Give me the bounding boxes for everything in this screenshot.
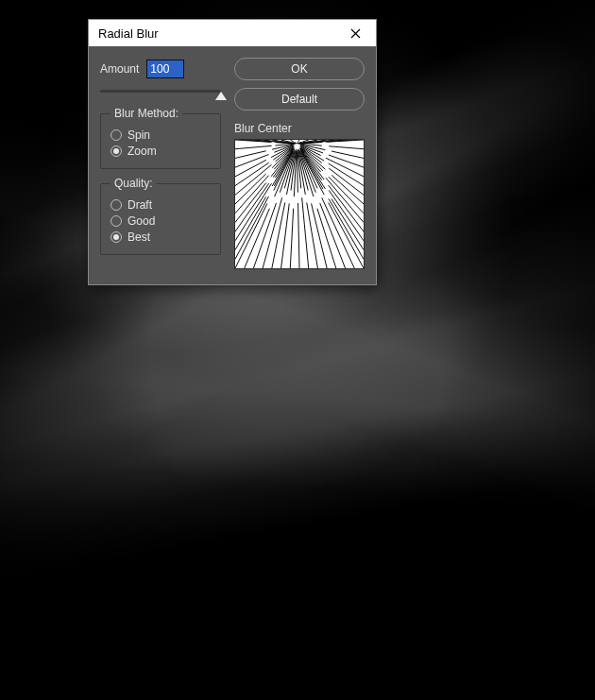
amount-row: Amount bbox=[100, 60, 221, 78]
radio-label: Draft bbox=[128, 198, 152, 212]
quality-group: Quality: Draft Good Best bbox=[100, 177, 221, 255]
svg-line-31 bbox=[298, 203, 299, 268]
radio-label: Good bbox=[128, 214, 155, 228]
svg-line-63 bbox=[329, 146, 364, 149]
svg-line-107 bbox=[332, 199, 364, 250]
radio-label: Best bbox=[128, 230, 150, 244]
svg-line-25 bbox=[290, 140, 293, 142]
amount-slider[interactable] bbox=[100, 84, 221, 99]
svg-line-59 bbox=[329, 203, 364, 268]
radio-draft[interactable]: Draft bbox=[110, 198, 211, 212]
radio-icon bbox=[110, 129, 122, 141]
blur-method-legend: Blur Method: bbox=[110, 107, 182, 120]
close-button[interactable] bbox=[336, 20, 374, 46]
svg-line-29 bbox=[298, 140, 299, 142]
left-column: Amount Blur Method: Spin Zoom Quali bbox=[100, 58, 221, 269]
radio-icon bbox=[110, 199, 122, 211]
titlebar[interactable]: Radial Blur bbox=[89, 20, 376, 46]
svg-line-95 bbox=[326, 178, 364, 222]
blur-center-preview[interactable] bbox=[234, 139, 365, 269]
amount-input[interactable] bbox=[146, 60, 184, 78]
svg-line-61 bbox=[235, 145, 272, 148]
svg-line-67 bbox=[332, 151, 364, 158]
quality-legend: Quality: bbox=[110, 177, 157, 190]
svg-line-99 bbox=[329, 185, 364, 231]
radio-spin[interactable]: Spin bbox=[110, 128, 211, 142]
svg-line-87 bbox=[332, 175, 364, 204]
radial-blur-dialog: Radial Blur Amount Blur Method: Spin bbox=[88, 19, 377, 285]
svg-line-39 bbox=[307, 203, 318, 268]
svg-line-103 bbox=[329, 190, 364, 240]
svg-line-23 bbox=[281, 203, 290, 268]
radio-icon bbox=[110, 231, 122, 243]
blur-method-group: Blur Method: Spin Zoom bbox=[100, 107, 221, 169]
slider-track bbox=[100, 90, 221, 93]
svg-line-83 bbox=[329, 168, 364, 195]
ok-button[interactable]: OK bbox=[234, 58, 365, 80]
svg-line-81 bbox=[235, 164, 272, 195]
dialog-title: Radial Blur bbox=[98, 26, 159, 41]
radio-icon bbox=[110, 215, 122, 227]
svg-line-105 bbox=[235, 196, 266, 249]
svg-line-55 bbox=[322, 197, 355, 268]
dialog-body: Amount Blur Method: Spin Zoom Quali bbox=[89, 46, 376, 284]
radio-label: Zoom bbox=[128, 145, 157, 158]
close-icon bbox=[350, 28, 361, 39]
radio-icon bbox=[110, 145, 122, 157]
amount-label: Amount bbox=[100, 62, 139, 76]
radio-label: Spin bbox=[128, 128, 150, 142]
svg-line-27 bbox=[290, 209, 293, 268]
blur-center-label: Blur Center bbox=[234, 122, 365, 135]
svg-line-3 bbox=[235, 203, 267, 268]
radio-best[interactable]: Best bbox=[110, 230, 211, 244]
radio-zoom[interactable]: Zoom bbox=[110, 145, 211, 158]
svg-line-19 bbox=[272, 203, 285, 268]
slider-thumb[interactable] bbox=[215, 92, 227, 100]
radio-good[interactable]: Good bbox=[110, 214, 211, 228]
default-button[interactable]: Default bbox=[234, 88, 365, 111]
right-column: OK Default Blur Center bbox=[234, 58, 365, 269]
